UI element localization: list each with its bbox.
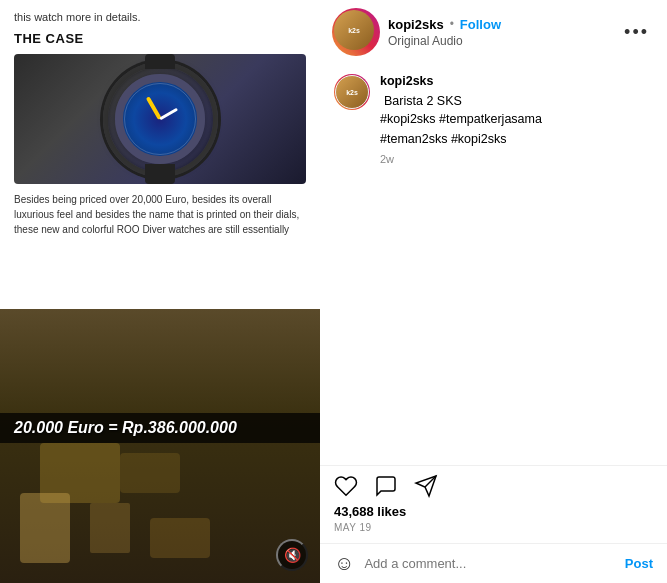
action-icons (334, 474, 653, 498)
price-overlay: 20.000 Euro = Rp.386.000.000 (0, 413, 320, 443)
action-bar: 43,688 likes MAY 19 (320, 465, 667, 543)
video-panel: this watch more in details. THE CASE Bes… (0, 0, 320, 583)
comment-tags: #kopi2sks #tempatkerjasama #teman2sks #k… (380, 109, 653, 149)
watch-image (14, 54, 306, 184)
comment-username[interactable]: kopi2sks (380, 74, 653, 88)
heart-icon (334, 474, 358, 498)
article-text-bottom: Besides being priced over 20,000 Euro, b… (14, 192, 306, 237)
post-comment-button[interactable]: Post (625, 556, 653, 571)
share-button[interactable] (414, 474, 438, 498)
video-content: this watch more in details. THE CASE Bes… (0, 0, 320, 583)
comment-input[interactable] (364, 556, 614, 571)
tag-2[interactable]: #tempatkerjasama (439, 112, 542, 126)
comment-button[interactable] (374, 474, 398, 498)
mute-icon: 🔇 (284, 547, 301, 563)
header-info: kopi2sks • Follow Original Audio (388, 17, 610, 48)
username[interactable]: kopi2sks (388, 17, 444, 32)
comment-avatar-ring[interactable]: k2s (334, 74, 370, 110)
likes-count: 43,688 likes (334, 504, 653, 519)
post-header: k2s kopi2sks • Follow Original Audio ••• (320, 0, 667, 64)
username-row: kopi2sks • Follow (388, 17, 610, 32)
right-panel: k2s kopi2sks • Follow Original Audio •••… (320, 0, 667, 583)
avatar-ring: k2s (332, 8, 380, 56)
tag-4[interactable]: #kopi2sks (451, 132, 507, 146)
watch-face (115, 74, 205, 164)
comment-icon (374, 474, 398, 498)
comment-content: kopi2sks Barista 2 SKS #kopi2sks #tempat… (380, 74, 653, 165)
article-overlay: this watch more in details. THE CASE Bes… (0, 0, 320, 321)
tag-1[interactable]: #kopi2sks (380, 112, 436, 126)
comment-section[interactable]: k2s kopi2sks Barista 2 SKS #kopi2sks #te… (320, 64, 667, 465)
post-date: MAY 19 (334, 522, 653, 533)
follow-button[interactable]: Follow (460, 17, 501, 32)
video-bg-area (0, 309, 320, 583)
price-text: 20.000 Euro = Rp.386.000.000 (14, 419, 237, 436)
comment-input-row: ☺ Post (320, 543, 667, 583)
more-options-button[interactable]: ••• (620, 19, 653, 45)
comment-item: k2s kopi2sks Barista 2 SKS #kopi2sks #te… (334, 74, 653, 165)
user-avatar-container[interactable]: k2s (334, 10, 378, 54)
comment-title: Barista 2 SKS (384, 94, 462, 108)
comment-avatar: k2s (335, 75, 369, 109)
tag-3[interactable]: #teman2sks (380, 132, 447, 146)
avatar-logo: k2s (334, 10, 374, 50)
audio-label: Original Audio (388, 34, 610, 48)
comment-time: 2w (380, 153, 653, 165)
dot-separator: • (450, 17, 454, 31)
article-heading: THE CASE (14, 31, 306, 46)
like-button[interactable] (334, 474, 358, 498)
article-text-top: this watch more in details. (14, 10, 306, 25)
share-icon (414, 474, 438, 498)
mute-button[interactable]: 🔇 (276, 539, 308, 571)
emoji-button[interactable]: ☺ (334, 552, 354, 575)
